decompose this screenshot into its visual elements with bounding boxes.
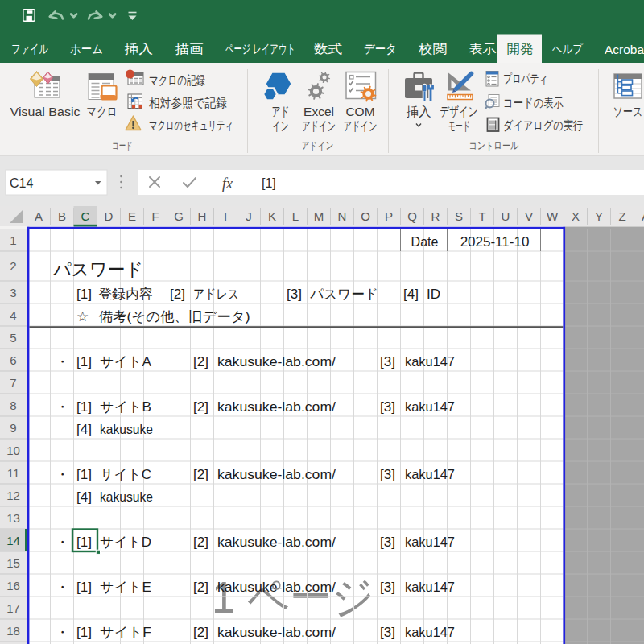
svg-text:E: E xyxy=(128,209,136,223)
svg-text:サイトA: サイトA xyxy=(100,354,152,369)
svg-text:O: O xyxy=(361,209,370,223)
svg-text:校閲: 校閲 xyxy=(418,42,447,56)
svg-text:[3]: [3] xyxy=(380,625,395,640)
svg-text:Y: Y xyxy=(595,209,603,223)
svg-text:備考(その他、旧データ): 備考(その他、旧データ) xyxy=(99,309,250,324)
svg-text:ホーム: ホーム xyxy=(70,42,103,56)
svg-text:[3]: [3] xyxy=(287,287,302,302)
svg-text:15: 15 xyxy=(6,556,20,570)
svg-text:D: D xyxy=(105,209,114,223)
svg-text:・: ・ xyxy=(56,399,69,415)
svg-text:V: V xyxy=(525,209,533,223)
svg-text:8: 8 xyxy=(10,398,16,412)
svg-text:X: X xyxy=(572,209,580,223)
svg-text:kakusuke-lab.com/: kakusuke-lab.com/ xyxy=(217,580,336,595)
svg-text:I: I xyxy=(224,209,227,223)
svg-text:マクロのセキュリティ: マクロのセキュリティ xyxy=(149,118,233,132)
svg-text:12: 12 xyxy=(6,489,20,502)
svg-text:[4]: [4] xyxy=(76,422,92,437)
svg-text:M: M xyxy=(314,209,324,223)
svg-text:9: 9 xyxy=(10,421,16,435)
svg-text:COM: COM xyxy=(345,105,374,118)
svg-text:1: 1 xyxy=(10,233,16,247)
svg-text:13: 13 xyxy=(6,511,20,525)
svg-text:H: H xyxy=(198,209,207,223)
svg-text:kakusuke-lab.com/: kakusuke-lab.com/ xyxy=(217,467,336,482)
svg-text:W: W xyxy=(547,209,559,223)
svg-text:Q: Q xyxy=(407,209,417,223)
svg-text:kakusuke-lab.com/: kakusuke-lab.com/ xyxy=(217,625,336,640)
svg-text:4: 4 xyxy=(10,308,16,322)
svg-text:18: 18 xyxy=(6,624,20,638)
svg-text:[2]: [2] xyxy=(193,354,208,369)
svg-text:・: ・ xyxy=(56,625,69,640)
svg-text:Z: Z xyxy=(618,209,625,223)
svg-text:[1]: [1] xyxy=(76,287,92,302)
svg-text:挿入: 挿入 xyxy=(124,42,153,56)
svg-text:kaku147: kaku147 xyxy=(405,399,455,415)
svg-text:[3]: [3] xyxy=(380,354,395,369)
svg-text:R: R xyxy=(431,209,440,223)
svg-text:アドイン: アドイン xyxy=(302,140,334,151)
svg-text:B: B xyxy=(58,209,66,223)
svg-text:F: F xyxy=(151,209,159,223)
svg-text:数式: 数式 xyxy=(314,42,343,56)
svg-text:Visual Basic: Visual Basic xyxy=(10,105,80,118)
svg-text:K: K xyxy=(268,209,276,223)
svg-text:ダイアログの実行: ダイアログの実行 xyxy=(503,118,583,132)
svg-text:ソース: ソース xyxy=(613,105,643,118)
svg-text:アドイン: アドイン xyxy=(302,119,336,133)
svg-text:デザイン: デザイン xyxy=(440,105,478,118)
svg-text:イン: イン xyxy=(273,119,289,133)
svg-text:Acrobat: Acrobat xyxy=(605,43,644,56)
svg-text:[2]: [2] xyxy=(193,580,208,595)
svg-text:[4]: [4] xyxy=(403,287,419,302)
svg-text:ページ レイアウト: ページ レイアウト xyxy=(225,42,295,56)
svg-text:コードの表示: コードの表示 xyxy=(503,96,564,109)
svg-text:ファイル: ファイル xyxy=(11,42,48,56)
svg-text:5: 5 xyxy=(10,331,16,345)
svg-text:kaku147: kaku147 xyxy=(405,535,455,550)
svg-text:L: L xyxy=(292,209,299,223)
svg-text:アドレス: アドレス xyxy=(193,287,239,302)
svg-text:G: G xyxy=(174,209,184,223)
svg-text:・: ・ xyxy=(56,467,69,482)
svg-text:[2]: [2] xyxy=(193,467,208,482)
svg-text:16: 16 xyxy=(6,579,20,592)
svg-text:[2]: [2] xyxy=(193,625,208,640)
svg-text:[1]: [1] xyxy=(76,625,92,640)
svg-text:[1]: [1] xyxy=(76,535,92,550)
svg-text:kaku147: kaku147 xyxy=(405,354,455,369)
svg-text:[2]: [2] xyxy=(193,399,208,415)
svg-text:[1]: [1] xyxy=(76,467,92,482)
svg-text:☆: ☆ xyxy=(76,309,89,324)
svg-text:kakusuke: kakusuke xyxy=(100,422,153,437)
svg-text:kakusuke: kakusuke xyxy=(100,489,153,505)
svg-text:11: 11 xyxy=(7,466,20,480)
svg-text:・: ・ xyxy=(56,535,69,550)
svg-text:モード: モード xyxy=(448,119,470,133)
svg-text:Excel: Excel xyxy=(303,105,334,118)
svg-text:[3]: [3] xyxy=(380,535,395,550)
svg-text:[2]: [2] xyxy=(193,535,208,550)
svg-text:プロパティ: プロパティ xyxy=(503,72,548,85)
svg-text:kaku147: kaku147 xyxy=(405,625,455,640)
svg-text:コントロール: コントロール xyxy=(469,140,519,151)
svg-text:kakusuke-lab.com/: kakusuke-lab.com/ xyxy=(217,535,336,550)
svg-text:P: P xyxy=(385,209,393,223)
svg-text:U: U xyxy=(502,209,510,223)
svg-text:17: 17 xyxy=(6,601,20,615)
svg-text:サイトC: サイトC xyxy=(100,467,151,482)
svg-text:マクロ: マクロ xyxy=(87,105,118,118)
svg-text:相対参照で記録: 相対参照で記録 xyxy=(149,96,227,109)
svg-text:開発: 開発 xyxy=(507,42,534,56)
svg-text:14: 14 xyxy=(6,534,20,547)
svg-text:[1]: [1] xyxy=(76,580,92,595)
svg-text:サイトF: サイトF xyxy=(100,625,151,640)
svg-text:C14: C14 xyxy=(10,176,33,190)
svg-text:J: J xyxy=(246,209,252,223)
svg-text:サイトE: サイトE xyxy=(100,580,151,595)
svg-text:fx: fx xyxy=(222,175,233,192)
svg-text:ヘルプ: ヘルプ xyxy=(552,42,583,56)
svg-text:A: A xyxy=(35,209,43,223)
